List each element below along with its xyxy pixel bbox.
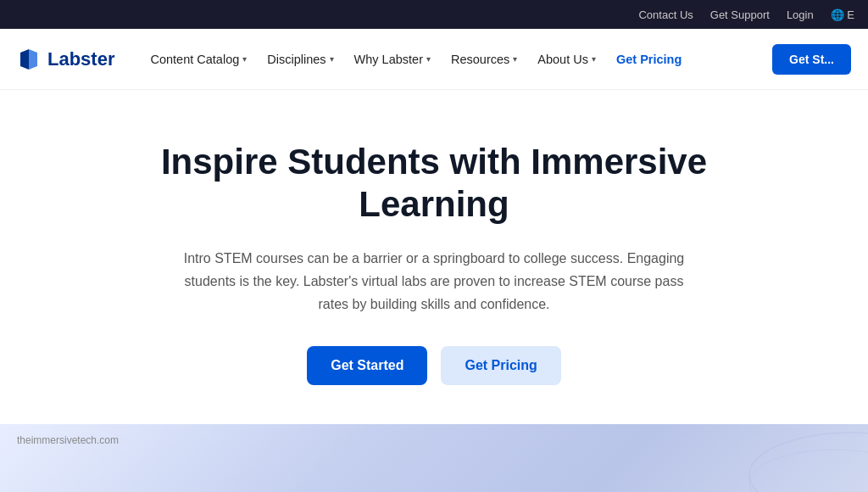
- language-selector[interactable]: 🌐 E: [831, 8, 854, 21]
- footer-strip: theimmersivetech.com: [0, 424, 868, 492]
- hero-section: Inspire Students with Immersive Learning…: [0, 90, 868, 419]
- get-started-button[interactable]: Get Started: [307, 346, 427, 385]
- logo-text: Labster: [47, 48, 114, 70]
- svg-marker-0: [20, 49, 29, 70]
- nav-why-labster[interactable]: Why Labster ▾: [346, 46, 439, 73]
- get-support-link[interactable]: Get Support: [710, 8, 770, 21]
- nav-resources[interactable]: Resources ▾: [442, 46, 526, 73]
- top-bar: Contact Us Get Support Login 🌐 E: [0, 0, 868, 29]
- get-pricing-button[interactable]: Get Pricing: [441, 346, 560, 385]
- svg-point-3: [749, 450, 868, 492]
- logo[interactable]: Labster: [17, 48, 114, 71]
- footer-decoration: [614, 424, 868, 492]
- logo-icon: [17, 48, 41, 71]
- nav-get-pricing[interactable]: Get Pricing: [608, 46, 690, 73]
- chevron-icon: ▾: [242, 54, 247, 64]
- footer-domain: theimmersivetech.com: [17, 434, 119, 446]
- chevron-icon: ▾: [592, 54, 596, 64]
- hero-buttons: Get Started Get Pricing: [307, 346, 561, 385]
- login-link[interactable]: Login: [787, 8, 814, 21]
- nav-links: Content Catalog ▾ Disciplines ▾ Why Labs…: [142, 46, 765, 73]
- chevron-icon: ▾: [426, 54, 431, 64]
- svg-marker-1: [29, 49, 37, 70]
- main-nav: Labster Content Catalog ▾ Disciplines ▾ …: [0, 29, 868, 90]
- hero-title: Inspire Students with Immersive Learning: [146, 141, 722, 226]
- chevron-icon: ▾: [330, 54, 334, 64]
- nav-content-catalog[interactable]: Content Catalog ▾: [142, 46, 255, 73]
- nav-about-us[interactable]: About Us ▾: [529, 46, 604, 73]
- nav-cta-button[interactable]: Get St...: [772, 44, 851, 75]
- contact-us-link[interactable]: Contact Us: [638, 8, 693, 21]
- nav-disciplines[interactable]: Disciplines ▾: [259, 46, 342, 73]
- hero-subtitle: Intro STEM courses can be a barrier or a…: [180, 247, 688, 316]
- chevron-icon: ▾: [513, 54, 517, 64]
